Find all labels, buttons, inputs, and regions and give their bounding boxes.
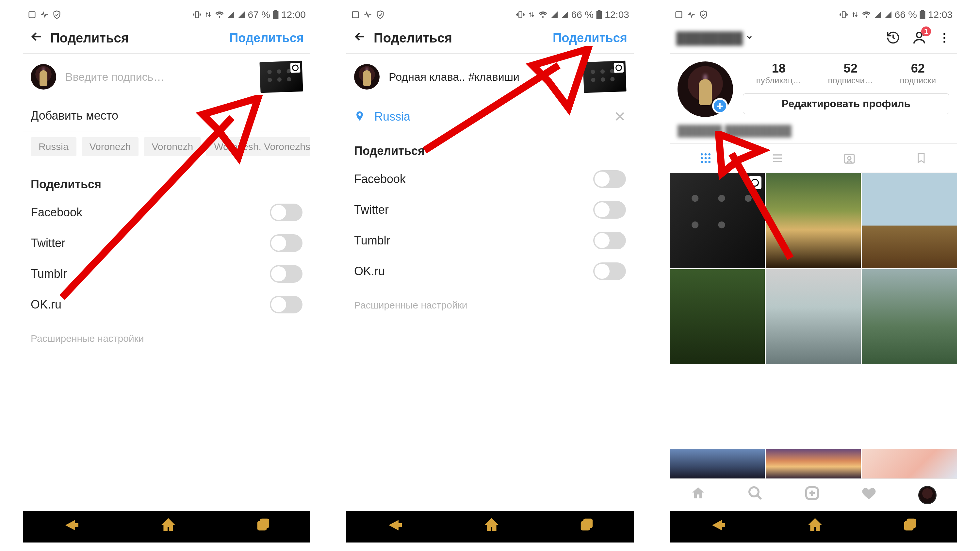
advanced-settings-link[interactable]: Расширенные настройки	[23, 320, 310, 357]
toggle-okru[interactable]	[270, 296, 302, 314]
wifi-icon	[215, 10, 224, 19]
location-selected-row[interactable]: Russia ✕	[346, 100, 634, 133]
post-thumbnail[interactable]	[670, 173, 765, 268]
post-thumbnail[interactable]	[259, 61, 303, 93]
location-chip[interactable]: Woronesh, Voronezhska…	[206, 137, 310, 156]
nav-back-button[interactable]	[62, 518, 82, 536]
post-thumbnail[interactable]	[766, 449, 861, 478]
share-heading: Поделиться	[23, 166, 310, 197]
android-nav-bar	[23, 511, 310, 543]
share-action-button[interactable]: Поделиться	[229, 31, 304, 45]
location-pin-icon	[354, 110, 365, 123]
stat-posts[interactable]: 18 публикац…	[756, 61, 801, 86]
svg-rect-2	[273, 11, 278, 19]
share-heading: Поделиться	[346, 133, 634, 164]
profile-username[interactable]: ████████	[676, 31, 743, 45]
toggle-tumblr[interactable]	[593, 232, 626, 249]
clear-location-button[interactable]: ✕	[614, 108, 626, 125]
nav-home-button[interactable]	[484, 517, 500, 537]
share-item-label: OK.ru	[31, 298, 61, 311]
share-item-label: OK.ru	[354, 264, 385, 278]
stat-following[interactable]: 62 подписки	[900, 61, 936, 86]
caption-text[interactable]: Родная клава.. #клавиши	[389, 71, 578, 83]
nav-recent-button[interactable]	[255, 518, 271, 536]
location-chip[interactable]: Voronezh	[144, 137, 201, 156]
post-thumbnail[interactable]	[862, 269, 957, 365]
vibrate-icon	[516, 10, 525, 19]
svg-rect-15	[921, 10, 924, 11]
share-twitter: Twitter	[346, 194, 634, 225]
share-okru: OK.ru	[346, 256, 634, 287]
home-tab[interactable]	[690, 485, 706, 505]
edit-profile-button[interactable]: Редактировать профиль	[743, 94, 949, 114]
post-thumbnail[interactable]	[766, 173, 861, 268]
nav-back-button[interactable]	[385, 518, 405, 536]
android-nav-bar	[346, 511, 634, 543]
vibrate-icon	[192, 10, 202, 19]
nav-recent-button[interactable]	[578, 518, 595, 536]
posts-grid-partial	[670, 449, 957, 478]
advanced-settings-link[interactable]: Расширенные настройки	[346, 287, 634, 324]
following-label: подписки	[900, 75, 936, 86]
options-menu-button[interactable]: ⋯	[937, 32, 951, 45]
page-title: Поделиться	[50, 31, 129, 45]
posts-label: публикац…	[756, 75, 801, 86]
tab-grid[interactable]	[670, 144, 741, 172]
post-thumbnail[interactable]	[583, 61, 626, 93]
search-tab[interactable]	[748, 485, 763, 505]
tab-list[interactable]	[741, 144, 813, 172]
caption-input[interactable]	[65, 71, 255, 83]
toggle-twitter[interactable]	[593, 201, 626, 219]
card-sim-icon	[27, 10, 37, 19]
svg-rect-5	[260, 519, 269, 528]
add-location-row[interactable]: Добавить место	[23, 100, 310, 131]
profile-avatar-wrap[interactable]: +	[678, 61, 733, 117]
new-post-tab[interactable]	[804, 485, 820, 505]
location-chip[interactable]: Russia	[31, 137, 76, 156]
vibrate-icon	[839, 10, 848, 19]
multi-photo-icon	[614, 63, 624, 73]
profile-header: ████████ 1 ⋯	[670, 23, 957, 54]
toggle-okru[interactable]	[593, 263, 626, 280]
toggle-facebook[interactable]	[593, 170, 626, 188]
location-selected-text: Russia	[374, 110, 410, 124]
toggle-tumblr[interactable]	[270, 265, 302, 283]
back-button[interactable]	[353, 29, 374, 48]
history-icon[interactable]	[886, 30, 900, 46]
svg-point-16	[916, 32, 922, 38]
back-button[interactable]	[29, 29, 50, 48]
battery-pct: 67 %	[248, 9, 270, 20]
post-thumbnail[interactable]	[670, 449, 765, 478]
svg-point-25	[708, 161, 711, 163]
add-story-badge[interactable]: +	[712, 98, 728, 114]
discover-people-icon[interactable]: 1	[912, 30, 927, 47]
pulse-icon	[40, 10, 49, 19]
toggle-twitter[interactable]	[270, 234, 302, 252]
stat-followers[interactable]: 52 подписчи…	[828, 61, 873, 86]
signal1-icon	[874, 11, 882, 19]
share-item-label: Facebook	[354, 172, 406, 186]
share-action-button[interactable]: Поделиться	[553, 31, 627, 45]
nav-back-button[interactable]	[709, 518, 729, 536]
svg-point-18	[705, 153, 707, 156]
location-chip[interactable]: Voronezh	[82, 137, 139, 156]
nav-recent-button[interactable]	[902, 518, 918, 536]
toggle-facebook[interactable]	[270, 204, 302, 221]
nav-home-button[interactable]	[807, 517, 823, 537]
post-thumbnail[interactable]	[862, 449, 957, 478]
clock: 12:03	[605, 9, 629, 20]
tab-tagged[interactable]	[813, 144, 885, 172]
phone-screen-1: 67 % 12:00 Поделиться Поделиться Добавит…	[23, 6, 310, 543]
share-tumblr: Tumblr	[23, 258, 310, 289]
avatar	[31, 64, 56, 89]
chevron-down-icon[interactable]	[745, 33, 753, 43]
nav-home-button[interactable]	[160, 517, 177, 537]
post-thumbnail[interactable]	[670, 269, 765, 365]
activity-tab[interactable]	[861, 485, 877, 505]
post-thumbnail[interactable]	[766, 269, 861, 365]
share-facebook: Facebook	[346, 164, 634, 194]
profile-stats: 18 публикац… 52 подписчи… 62 подписки Ре…	[743, 61, 949, 117]
post-thumbnail[interactable]	[862, 173, 957, 268]
tab-saved[interactable]	[885, 144, 957, 172]
profile-tab[interactable]	[918, 486, 937, 504]
